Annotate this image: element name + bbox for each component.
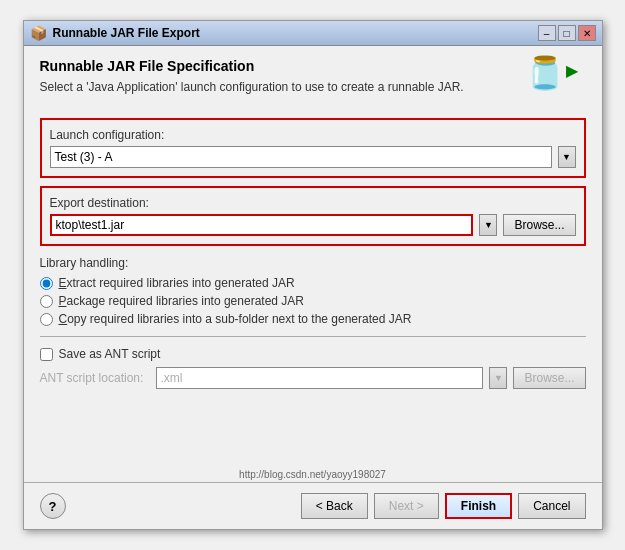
radio-extract-input[interactable]: [40, 277, 53, 290]
export-dest-browse-button[interactable]: Browse...: [503, 214, 575, 236]
title-bar-left: 📦 Runnable JAR File Export: [30, 25, 200, 41]
help-button[interactable]: ?: [40, 493, 66, 519]
separator: [40, 336, 586, 337]
library-handling-label: Library handling:: [40, 256, 586, 270]
launch-config-arrow[interactable]: ▼: [558, 146, 576, 168]
export-dest-input[interactable]: [50, 214, 474, 236]
export-dest-label: Export destination:: [50, 196, 576, 210]
title-bar: 📦 Runnable JAR File Export – □ ✕: [24, 21, 602, 46]
watermark: http://blog.csdn.net/yaoyy198027: [24, 467, 602, 482]
ant-checkbox-row: Save as ANT script: [40, 347, 586, 361]
footer-buttons: < Back Next > Finish Cancel: [301, 493, 586, 519]
ant-location-label: ANT script location:: [40, 371, 150, 385]
ant-checkbox-input[interactable]: [40, 348, 53, 361]
export-dest-row: ▼ Browse...: [50, 214, 576, 236]
radio-package-input[interactable]: [40, 295, 53, 308]
radio-copy-input[interactable]: [40, 313, 53, 326]
ant-location-row: ANT script location: ▼ Browse...: [40, 367, 586, 389]
radio-copy: Copy required libraries into a sub-folde…: [40, 312, 586, 326]
close-button[interactable]: ✕: [578, 25, 596, 41]
page-subtitle: Select a 'Java Application' launch confi…: [40, 80, 464, 94]
radio-copy-label: Copy required libraries into a sub-folde…: [59, 312, 412, 326]
page-title: Runnable JAR File Specification: [40, 58, 464, 74]
maximize-button[interactable]: □: [558, 25, 576, 41]
radio-extract: Extract required libraries into generate…: [40, 276, 586, 290]
window-icon: 📦: [30, 25, 47, 41]
main-window: 📦 Runnable JAR File Export – □ ✕ Runnabl…: [23, 20, 603, 530]
export-dest-section: Export destination: ▼ Browse...: [40, 186, 586, 246]
next-button[interactable]: Next >: [374, 493, 439, 519]
cancel-button[interactable]: Cancel: [518, 493, 585, 519]
launch-config-row: Test (3) - A ▼: [50, 146, 576, 168]
spacer: [40, 395, 586, 455]
radio-package: Package required libraries into generate…: [40, 294, 586, 308]
dialog-content: Runnable JAR File Specification Select a…: [24, 46, 602, 467]
launch-config-section: Launch configuration: Test (3) - A ▼: [40, 118, 586, 178]
wizard-icon: 🫙 ▶: [525, 54, 586, 92]
ant-script-section: Save as ANT script ANT script location: …: [40, 347, 586, 389]
ant-location-browse-button[interactable]: Browse...: [513, 367, 585, 389]
ant-checkbox-label: Save as ANT script: [59, 347, 161, 361]
ant-location-input[interactable]: [156, 367, 484, 389]
window-title: Runnable JAR File Export: [53, 26, 200, 40]
radio-package-label: Package required libraries into generate…: [59, 294, 304, 308]
header-section: Runnable JAR File Specification Select a…: [40, 58, 464, 108]
export-dest-arrow[interactable]: ▼: [479, 214, 497, 236]
launch-config-value: Test (3) - A: [55, 150, 113, 164]
library-handling-section: Library handling: Extract required libra…: [40, 256, 586, 326]
radio-extract-label: Extract required libraries into generate…: [59, 276, 295, 290]
footer-bar: ? < Back Next > Finish Cancel: [24, 482, 602, 529]
back-button[interactable]: < Back: [301, 493, 368, 519]
launch-config-combo[interactable]: Test (3) - A: [50, 146, 552, 168]
finish-button[interactable]: Finish: [445, 493, 512, 519]
launch-config-label: Launch configuration:: [50, 128, 576, 142]
ant-location-arrow[interactable]: ▼: [489, 367, 507, 389]
title-buttons: – □ ✕: [538, 25, 596, 41]
minimize-button[interactable]: –: [538, 25, 556, 41]
